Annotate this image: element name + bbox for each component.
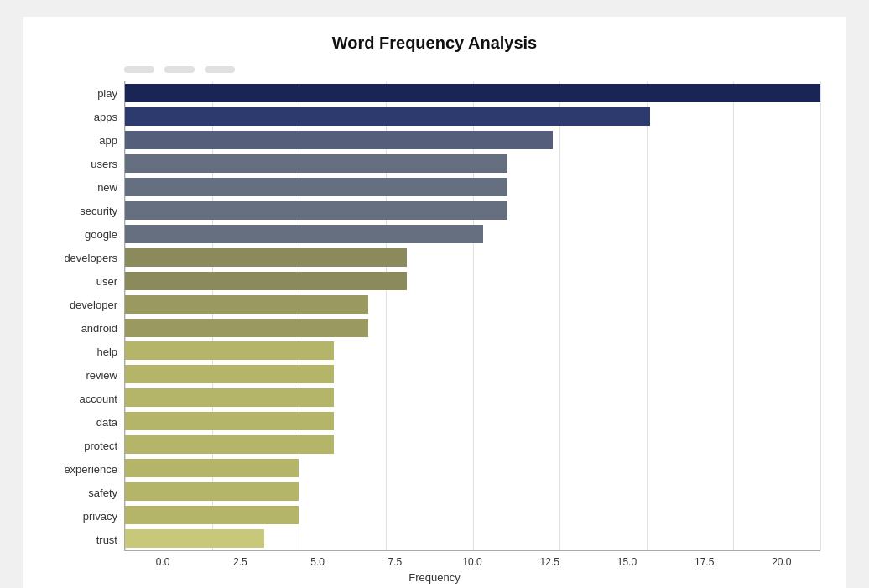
bar	[125, 84, 820, 102]
bar-row	[125, 409, 820, 433]
y-label: experience	[64, 457, 117, 481]
x-tick: 7.5	[356, 556, 434, 568]
x-tick: 12.5	[511, 556, 588, 568]
bar-row	[125, 316, 820, 340]
x-axis-label: Frequency	[49, 571, 820, 584]
y-label: developer	[70, 293, 117, 316]
bar	[125, 295, 368, 314]
y-label: security	[80, 199, 117, 222]
bar	[125, 131, 553, 149]
y-label: account	[79, 387, 117, 410]
y-label: android	[81, 316, 117, 340]
bar	[125, 248, 407, 267]
x-tick: 2.5	[201, 556, 278, 568]
y-label: privacy	[83, 504, 117, 528]
y-label: trust	[96, 528, 117, 551]
bar-row	[125, 339, 820, 362]
bar	[125, 365, 334, 383]
bar	[125, 506, 299, 524]
y-axis-labels: playappsappusersnewsecuritygoogledevelop…	[49, 81, 124, 551]
x-tick: 20.0	[743, 556, 820, 568]
y-label: safety	[88, 481, 117, 504]
filter-pill-3[interactable]	[205, 66, 235, 73]
x-axis-container: 0.02.55.07.510.012.515.017.520.0 Frequen…	[49, 551, 820, 584]
bar-row	[125, 362, 820, 386]
bar-row	[125, 81, 820, 105]
bar-row	[125, 175, 820, 199]
bar	[125, 529, 264, 548]
y-label: user	[96, 269, 117, 293]
grid-line	[820, 81, 821, 550]
y-label: users	[91, 152, 117, 175]
bar-row	[125, 503, 820, 527]
filter-pill-1[interactable]	[124, 66, 154, 73]
bar-row	[125, 222, 820, 246]
y-label: app	[99, 128, 117, 152]
bar	[125, 272, 407, 290]
bar	[125, 388, 334, 407]
y-label: new	[97, 175, 117, 199]
y-label: apps	[94, 105, 117, 128]
y-label: help	[96, 340, 117, 363]
bar	[125, 154, 507, 173]
x-tick: 5.0	[278, 556, 356, 568]
y-label: play	[97, 81, 117, 105]
bar	[125, 107, 650, 126]
bar	[125, 412, 334, 430]
x-axis: 0.02.55.07.510.012.515.017.520.0	[124, 551, 820, 568]
x-tick: 0.0	[124, 556, 201, 568]
filter-pill-2[interactable]	[164, 66, 195, 73]
bar	[125, 482, 299, 501]
bar-row	[125, 433, 820, 456]
bars-plot	[124, 81, 820, 551]
bar-row	[125, 293, 820, 316]
y-label: developers	[64, 246, 117, 269]
bar-row	[125, 456, 820, 480]
bar	[125, 178, 507, 196]
y-label: protect	[84, 434, 117, 457]
bar	[125, 225, 483, 243]
bar	[125, 341, 334, 360]
bar	[125, 435, 334, 454]
bars-section: playappsappusersnewsecuritygoogledevelop…	[49, 81, 820, 551]
y-label: review	[86, 363, 117, 387]
x-tick: 10.0	[434, 556, 511, 568]
y-label: data	[96, 410, 117, 434]
bar-row	[125, 386, 820, 409]
chart-area: playappsappusersnewsecuritygoogledevelop…	[49, 81, 820, 584]
bar-row	[125, 199, 820, 222]
bar	[125, 459, 299, 477]
filter-bar	[124, 66, 820, 73]
bar	[125, 319, 368, 337]
bar-row	[125, 269, 820, 293]
bar-row	[125, 128, 820, 152]
x-tick: 15.0	[588, 556, 665, 568]
bar-row	[125, 105, 820, 128]
bar	[125, 201, 507, 220]
chart-container: Word Frequency Analysis playappsappusers…	[23, 17, 846, 588]
bar-row	[125, 480, 820, 503]
bar-row	[125, 527, 820, 550]
chart-title: Word Frequency Analysis	[49, 34, 820, 53]
x-tick: 17.5	[666, 556, 743, 568]
bar-row	[125, 152, 820, 175]
y-label: google	[85, 222, 117, 246]
bar-row	[125, 246, 820, 269]
